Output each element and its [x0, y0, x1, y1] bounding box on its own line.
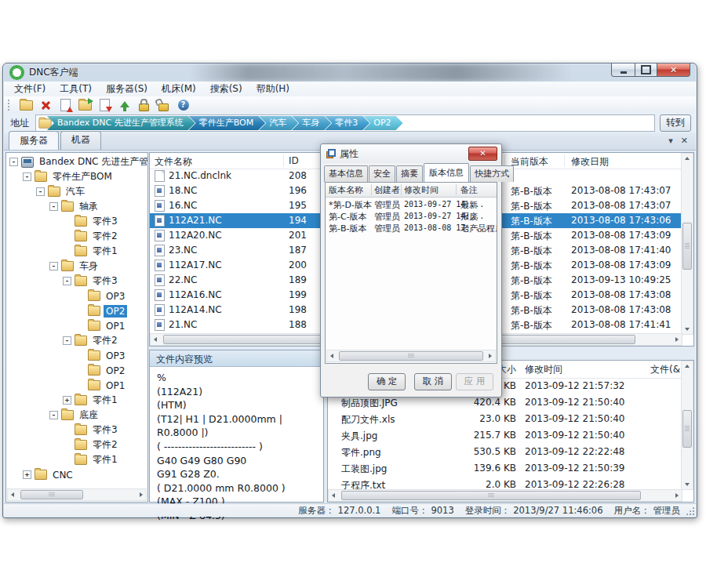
column-header-modified-time[interactable]: 修改时间 — [404, 184, 439, 196]
tree-node[interactable]: - 零件生产BOM — [6, 169, 147, 184]
tab[interactable]: 服务器 — [9, 131, 59, 150]
tree-node[interactable]: - Bandex DNC 先进生产管理系 — [6, 154, 147, 169]
cancel-button[interactable]: 取 消 — [414, 373, 452, 390]
tree-expander[interactable]: - — [9, 158, 18, 166]
minimize-button[interactable] — [611, 64, 635, 77]
attachment-row[interactable]: 配刀文件.xls 23.0 KB 2013-09-12 21:50:40 — [328, 411, 682, 427]
tree-expander[interactable]: + — [23, 470, 31, 479]
breadcrumb-segment[interactable]: Bandex DNC 先进生产管理系统 — [47, 116, 195, 130]
scroll-down-icon[interactable] — [685, 328, 690, 331]
version-row[interactable]: 第-C-版本 管理员 2013-09-27 14:... 报废 — [326, 209, 497, 221]
column-header-note[interactable]: 备注 — [460, 184, 478, 196]
help-button[interactable]: ? — [175, 98, 191, 113]
scroll-right-icon[interactable] — [675, 493, 679, 498]
tree-node[interactable]: 零件1 — [6, 452, 147, 467]
tree-node[interactable]: - 轴承 — [6, 199, 147, 214]
scroll-left-icon[interactable] — [154, 337, 157, 342]
breadcrumb-segment[interactable]: 零件生产BOM — [189, 116, 266, 130]
dialog-tab[interactable]: 安全 — [369, 165, 395, 182]
file-list-vertical-scrollbar[interactable] — [681, 153, 693, 335]
dialog-tab[interactable]: 版本信息 — [424, 163, 469, 182]
titlebar[interactable]: DNC客户端 ✕ — [3, 64, 697, 82]
scroll-right-icon[interactable] — [489, 354, 492, 358]
tree-node[interactable]: - 底座 — [6, 408, 147, 423]
scroll-right-icon[interactable] — [675, 337, 679, 342]
tree-node[interactable]: 零件3 — [6, 214, 147, 229]
upload-button[interactable] — [116, 98, 133, 113]
attachment-row[interactable]: 夹具.jpg 215.7 KB 2013-09-12 21:50:40 — [328, 427, 682, 444]
tree-node[interactable]: OP2 — [6, 303, 147, 318]
scrollbar-thumb[interactable] — [341, 491, 641, 500]
tree-node[interactable]: - 零件2 — [6, 333, 147, 348]
tree-expander[interactable]: - — [63, 336, 71, 345]
scroll-down-icon[interactable] — [685, 483, 690, 486]
go-button[interactable]: 转到 — [660, 114, 691, 132]
menu-item[interactable]: 服务器(S) — [99, 82, 155, 96]
tab[interactable]: 机器 — [60, 131, 101, 150]
column-header-version-name[interactable]: 版本名称 — [329, 184, 363, 196]
menu-item[interactable]: 帮助(H) — [249, 82, 297, 96]
breadcrumb-segment[interactable]: 零件3 — [325, 116, 369, 130]
column-header-modified[interactable]: 修改时间 — [525, 363, 562, 376]
tree-horizontal-scrollbar[interactable] — [7, 488, 147, 501]
scroll-left-icon[interactable] — [332, 493, 335, 498]
tree-node[interactable]: 零件1 — [6, 244, 147, 259]
scroll-up-icon[interactable] — [685, 365, 690, 368]
open-folder-button[interactable] — [77, 98, 93, 113]
scroll-left-icon[interactable] — [11, 492, 14, 497]
menu-item[interactable]: 机床(M) — [155, 82, 203, 96]
pin-collapse-icon[interactable]: ▾ — [668, 136, 673, 146]
attachments-horizontal-scrollbar[interactable] — [328, 489, 682, 502]
tree-expander[interactable]: - — [36, 187, 45, 196]
tree-node[interactable]: + CNC — [6, 467, 147, 482]
tree-node[interactable]: - 汽车 — [6, 184, 147, 199]
tree-node[interactable]: OP3 — [6, 348, 147, 363]
scrollbar-thumb[interactable] — [682, 223, 692, 270]
dialog-tab[interactable]: 快捷方式 — [470, 165, 514, 182]
maximize-button[interactable] — [635, 64, 657, 77]
tree-node[interactable]: + 零件1 — [6, 393, 147, 408]
attachment-row[interactable]: 子程序.txt 2.0 KB 2013-09-12 22:26:28 — [328, 477, 682, 490]
tree-expander[interactable]: - — [49, 202, 58, 211]
scrollbar-thumb[interactable] — [682, 410, 692, 448]
tree-node[interactable]: OP1 — [6, 378, 147, 393]
lock-button[interactable] — [136, 98, 152, 113]
menu-item[interactable]: 搜索(S) — [203, 82, 249, 96]
menu-item[interactable]: 工具(T) — [53, 82, 99, 96]
column-header-name[interactable]: 文件名称 — [155, 155, 192, 169]
ok-button[interactable]: 确 定 — [368, 373, 406, 390]
tree-expander[interactable]: - — [49, 262, 58, 270]
tree-node[interactable]: 零件2 — [6, 229, 147, 244]
version-row[interactable]: *第-D-版本 管理员 2013-09-27 14:... 最新 — [326, 198, 497, 209]
resize-grip-icon[interactable] — [686, 506, 694, 515]
tree-node[interactable]: OP3 — [6, 289, 147, 303]
tree-node[interactable]: - 零件3 — [6, 274, 147, 289]
tree-node[interactable]: - 车身 — [6, 259, 147, 274]
column-header-file[interactable]: 文件(& — [650, 363, 680, 376]
scroll-right-icon[interactable] — [140, 492, 143, 497]
dialog-close-button[interactable]: ✕ — [468, 147, 497, 161]
dialog-tab[interactable]: 基本信息 — [324, 165, 368, 182]
new-folder-button[interactable] — [18, 98, 35, 113]
menu-item[interactable]: 文件(F) — [7, 82, 53, 96]
checkout-button[interactable] — [96, 98, 113, 113]
checkin-button[interactable] — [57, 98, 74, 113]
delete-button[interactable] — [38, 98, 54, 113]
unlock-button[interactable] — [155, 98, 172, 113]
panel-close-icon[interactable]: ✕ — [681, 136, 688, 146]
attachment-row[interactable]: 零件.png 530.5 KB 2013-09-12 22:22:48 — [328, 444, 682, 460]
dialog-tab[interactable]: 摘要 — [396, 165, 423, 182]
tree-node[interactable]: OP1 — [6, 318, 147, 333]
column-header-id[interactable]: ID — [289, 155, 299, 166]
version-row[interactable]: 第-B-版本 管理员 2013-08-08 17:... 老产品程序 — [326, 221, 497, 233]
tree-node[interactable]: 零件2 — [6, 437, 147, 452]
column-header-creator[interactable]: 创建者 — [374, 184, 400, 196]
tree-expander[interactable]: - — [23, 172, 31, 181]
tree-node[interactable]: 零件3 — [6, 423, 147, 437]
scroll-left-icon[interactable] — [330, 354, 333, 358]
scroll-up-icon[interactable] — [685, 157, 690, 160]
scrollbar-thumb[interactable] — [339, 351, 483, 361]
attachment-row[interactable]: 工装图.jpg 139.6 KB 2013-09-12 21:50:39 — [328, 460, 682, 477]
tree-expander[interactable]: - — [49, 411, 58, 419]
toolbar-grip[interactable] — [8, 100, 12, 111]
